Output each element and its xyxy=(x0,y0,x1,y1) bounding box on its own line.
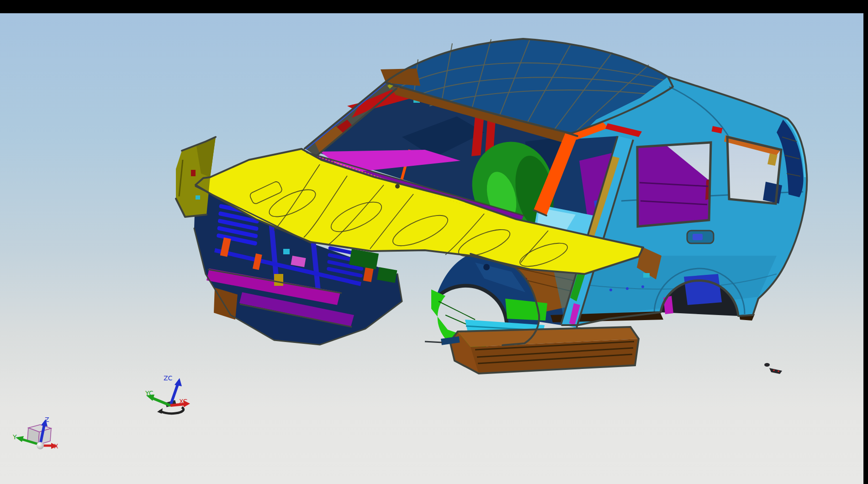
door-handle[interactable] xyxy=(687,231,714,243)
wcs-yc-label: YC xyxy=(145,389,153,397)
view-z-label: Z xyxy=(45,416,49,423)
wcs-triad[interactable]: ZC YC XC xyxy=(145,374,190,414)
wcs-zc-label: ZC xyxy=(164,374,173,382)
debris-parts[interactable] xyxy=(764,363,782,374)
view-y-label: Y xyxy=(12,433,17,441)
window-top-frame xyxy=(0,0,868,13)
model-canvas[interactable]: ZC YC XC Z Y X xyxy=(0,0,868,484)
view-orientation-triad: Z Y X xyxy=(12,416,58,450)
rear-door-window[interactable] xyxy=(637,142,711,226)
cad-application-window: ZC YC XC Z Y X xyxy=(0,0,868,484)
view-x-label: X xyxy=(54,442,58,450)
running-board[interactable] xyxy=(450,327,639,374)
window-right-frame xyxy=(863,0,868,484)
wcs-xc-label: XC xyxy=(179,398,188,405)
